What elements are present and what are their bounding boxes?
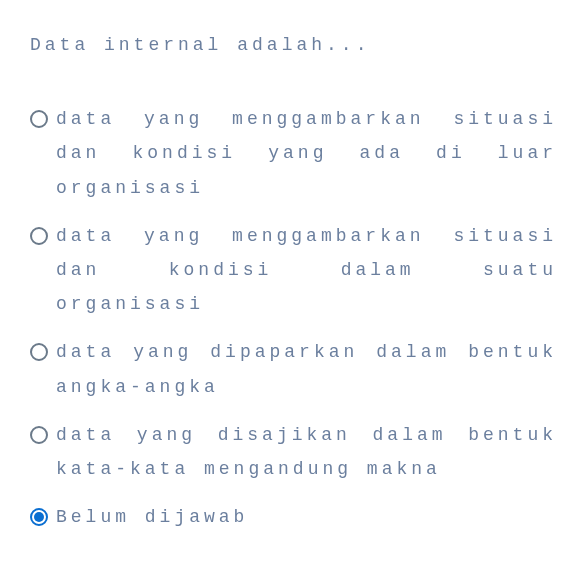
option-4[interactable]: Belum dijawab [30, 500, 557, 534]
option-0[interactable]: data yang menggambarkan situasi dan kond… [30, 102, 557, 205]
radio-button-1[interactable] [30, 227, 48, 245]
option-label-1: data yang menggambarkan situasi dan kond… [56, 219, 557, 322]
option-label-0: data yang menggambarkan situasi dan kond… [56, 102, 557, 205]
option-label-2: data yang dipaparkan dalam bentuk angka-… [56, 335, 557, 403]
radio-button-2[interactable] [30, 343, 48, 361]
option-3[interactable]: data yang disajikan dalam bentuk kata-ka… [30, 418, 557, 486]
radio-button-4[interactable] [30, 508, 48, 526]
options-container: data yang menggambarkan situasi dan kond… [30, 102, 557, 534]
option-label-3: data yang disajikan dalam bentuk kata-ka… [56, 418, 557, 486]
option-label-4: Belum dijawab [56, 500, 557, 534]
question-text: Data internal adalah... [30, 28, 557, 62]
option-1[interactable]: data yang menggambarkan situasi dan kond… [30, 219, 557, 322]
radio-button-0[interactable] [30, 110, 48, 128]
radio-button-3[interactable] [30, 426, 48, 444]
option-2[interactable]: data yang dipaparkan dalam bentuk angka-… [30, 335, 557, 403]
